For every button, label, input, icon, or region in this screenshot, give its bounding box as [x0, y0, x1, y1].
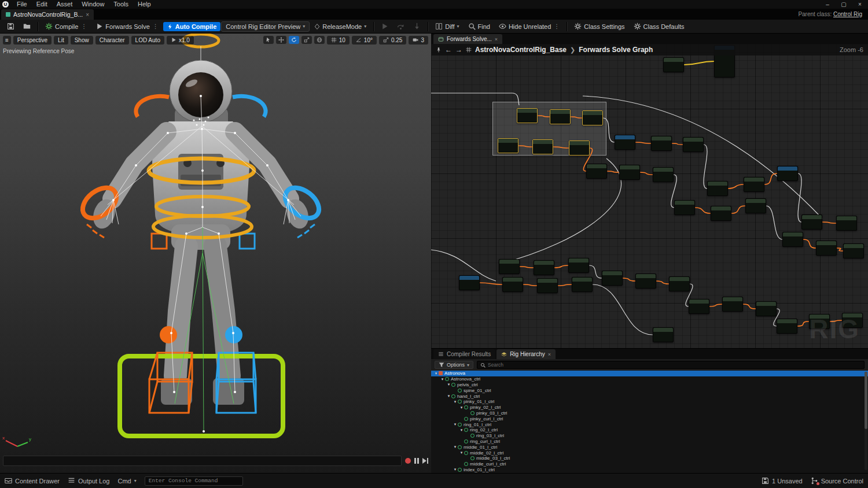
expand-arrow-icon[interactable]: ▾ [446, 394, 451, 398]
preview-mode-dropdown[interactable]: Control Rig Editor Preview▾ [221, 21, 310, 32]
graph-node[interactable] [459, 275, 480, 290]
browse-asset-button[interactable] [19, 21, 35, 31]
expand-arrow-icon[interactable]: ▾ [433, 371, 439, 376]
record-button[interactable] [405, 458, 411, 464]
graph-node[interactable] [674, 200, 695, 215]
graph-node[interactable] [653, 327, 674, 342]
graph-node[interactable] [502, 277, 523, 292]
world-local-toggle[interactable] [314, 36, 325, 44]
tree-item-pinky_03_l_ctrl[interactable]: pinky_03_l_ctrl [431, 411, 868, 416]
asset-tab[interactable]: AstroNovaControlRig_B... × [1, 9, 94, 20]
hierarchy-search-input[interactable] [488, 362, 861, 368]
graph-node[interactable] [615, 135, 635, 150]
scale-tool-button[interactable] [301, 36, 312, 44]
hide-unrelated-button[interactable]: Hide Unrelated⋮ [495, 21, 564, 31]
expand-arrow-icon[interactable]: ▾ [453, 422, 458, 427]
menu-window[interactable]: Window [77, 0, 109, 9]
tree-item-middle_02_l_ctrl[interactable]: ▾middle_02_l_ctrl [431, 450, 868, 456]
auto-compile-button[interactable]: Auto Compile [163, 22, 221, 31]
menu-asset[interactable]: Asset [52, 0, 78, 9]
graph-node[interactable] [537, 278, 558, 293]
source-control-button[interactable]: Source Control [811, 477, 863, 485]
expand-arrow-icon[interactable]: ▾ [459, 428, 464, 432]
graph-node[interactable] [653, 167, 674, 182]
tree-item-ring_curl_l_ctrl[interactable]: ring_curl_l_ctrl [431, 439, 868, 445]
camera-speed-button[interactable]: 3 [409, 36, 428, 45]
options-dropdown[interactable]: Options ▾ [435, 361, 473, 369]
console-command-input[interactable] [145, 476, 243, 486]
class-settings-button[interactable]: Class Settings [570, 21, 628, 31]
expand-arrow-icon[interactable]: ▾ [459, 450, 464, 455]
graph-tab-close-icon[interactable]: × [495, 36, 498, 42]
breadcrumb-current[interactable]: Forwards Solve Graph [579, 46, 653, 54]
graph-node[interactable] [602, 271, 623, 286]
tree-item-pelvis_ctrl[interactable]: ▾pelvis_ctrl [431, 382, 868, 388]
graph-node[interactable] [836, 216, 857, 231]
debug-step-over-button[interactable] [393, 21, 409, 31]
character-dropdown[interactable]: Character [95, 36, 129, 45]
menu-help[interactable]: Help [133, 0, 156, 9]
breadcrumb-root[interactable]: AstroNovaControlRig_Base [475, 46, 567, 54]
scale-snap-toggle[interactable]: 0.25 [379, 36, 406, 45]
tree-item-middle_03_l_ctrl[interactable]: middle_03_l_ctrl [431, 456, 868, 461]
graph-node[interactable] [572, 277, 593, 292]
tree-item-index_01_l_ctrl[interactable]: ▾index_01_l_ctrl [431, 467, 868, 473]
expand-arrow-icon[interactable]: ▾ [446, 382, 451, 387]
graph-node[interactable] [801, 215, 822, 230]
graph-node[interactable] [782, 232, 803, 247]
debug-step-into-button[interactable] [409, 21, 425, 31]
tab-rig-hierarchy[interactable]: Rig Hierarchy × [496, 349, 556, 359]
tree-item-Astronova_ctrl[interactable]: ▾Astronova_ctrl [431, 376, 868, 382]
playback-speed-button[interactable]: x1.0 [167, 36, 194, 45]
viewport-3d[interactable]: x y ≡ Perspective Lit Show Character LOD… [0, 34, 431, 473]
release-mode-dropdown[interactable]: ReleaseMode▾ [310, 22, 370, 31]
graph-node[interactable] [619, 165, 640, 180]
expand-arrow-icon[interactable]: ▾ [453, 467, 458, 472]
maximize-button[interactable]: ▢ [836, 0, 852, 9]
compile-button[interactable]: Compile⋮ [41, 21, 91, 31]
menu-file[interactable]: File [12, 0, 32, 9]
tree-item-spine_01_ctrl[interactable]: spine_01_ctrl [431, 387, 868, 393]
graph-node[interactable] [550, 109, 571, 124]
graph-node[interactable] [534, 260, 554, 275]
graph-node[interactable] [744, 177, 764, 192]
show-dropdown[interactable]: Show [71, 36, 93, 45]
expand-arrow-icon[interactable]: ▾ [459, 405, 464, 410]
tree-item-pinky_01_l_ctrl[interactable]: ▾pinky_01_l_ctrl [431, 399, 868, 405]
nav-back-icon[interactable]: ← [445, 46, 452, 54]
select-tool-button[interactable] [263, 36, 274, 44]
step-forward-button[interactable] [422, 458, 428, 464]
pause-button[interactable] [414, 458, 419, 464]
tree-item-Astronova[interactable]: ▾Astronova [431, 371, 868, 376]
output-log-button[interactable]: Output Log [68, 477, 109, 485]
debug-play-button[interactable] [377, 21, 392, 31]
menu-tools[interactable]: Tools [109, 0, 133, 9]
graph-node[interactable] [499, 259, 520, 274]
graph-node[interactable] [532, 139, 553, 154]
translate-tool-button[interactable] [276, 36, 286, 44]
tree-scrollbar[interactable] [865, 372, 867, 470]
graph-node[interactable] [498, 138, 518, 153]
lod-dropdown[interactable]: LOD Auto [131, 36, 164, 45]
graph-node[interactable] [777, 319, 797, 334]
tree-item-hand_l_ctrl[interactable]: ▾hand_l_ctrl [431, 393, 868, 399]
graph-node[interactable] [816, 241, 837, 256]
graph-node[interactable] [722, 297, 743, 312]
tree-item-middle_01_l_ctrl[interactable]: ▾middle_01_l_ctrl [431, 444, 868, 450]
tree-item-middle_curl_l_ctrl[interactable]: middle_curl_l_ctrl [431, 461, 868, 467]
minimize-button[interactable]: – [819, 0, 836, 9]
grid-snap-toggle[interactable]: 10 [327, 36, 350, 45]
close-button[interactable]: × [852, 0, 868, 9]
expand-arrow-icon[interactable]: ▾ [440, 377, 445, 382]
graph-node[interactable] [843, 243, 864, 258]
nav-forward-icon[interactable]: → [455, 46, 462, 54]
class-defaults-button[interactable]: Class Defaults [630, 21, 689, 31]
perspective-dropdown[interactable]: Perspective [13, 36, 52, 45]
graph-node[interactable] [711, 206, 731, 221]
tab-compiler-results[interactable]: Compiler Results [433, 349, 495, 359]
rotation-snap-toggle[interactable]: 10° [352, 36, 377, 45]
pin-icon[interactable] [436, 47, 442, 53]
expand-arrow-icon[interactable]: ▾ [453, 445, 458, 449]
graph-node[interactable] [663, 57, 684, 72]
graph-node[interactable] [568, 258, 589, 273]
